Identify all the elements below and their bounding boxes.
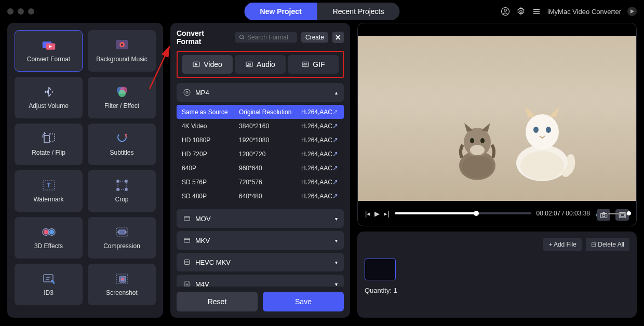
svg-rect-25	[125, 188, 127, 191]
edit-preset-icon[interactable]: ↗	[332, 164, 343, 172]
rotate-flip-icon	[42, 132, 56, 145]
tool-label: Screenshot	[106, 289, 138, 296]
svg-point-67	[480, 138, 485, 143]
svg-point-12	[121, 44, 123, 46]
svg-point-66	[470, 138, 474, 143]
format-group-mp4[interactable]: MP4 ▴	[177, 83, 344, 102]
preview-content	[451, 119, 503, 181]
video-preview[interactable]	[358, 36, 636, 201]
svg-rect-57	[184, 238, 190, 242]
svg-rect-22	[117, 180, 119, 182]
prev-button[interactable]: |◂	[365, 210, 370, 218]
play-button[interactable]: ▶	[374, 210, 380, 218]
edit-preset-icon[interactable]: ↗	[332, 192, 343, 200]
svg-point-74	[520, 151, 564, 180]
gif-icon: GIF	[301, 60, 310, 69]
watermark-icon: T	[42, 179, 56, 192]
next-button[interactable]: ▸|	[384, 210, 389, 218]
preset-name: HD 1080P	[182, 137, 239, 144]
save-button[interactable]: Save	[263, 292, 344, 311]
tab-recent-projects[interactable]: Recent Projects	[317, 3, 400, 20]
minimize-window-icon[interactable]	[18, 8, 24, 15]
edit-preset-icon[interactable]: ↗	[332, 136, 343, 144]
preset-name: Same as Source	[182, 108, 239, 116]
tool-subtitles[interactable]: Subtitles	[88, 124, 156, 165]
preset-row[interactable]: Same as SourceOriginal ResolutionH.264,A…	[177, 105, 344, 119]
svg-rect-16	[44, 135, 49, 143]
convert-format-icon	[42, 39, 56, 51]
tool-background-music[interactable]: Background Music	[88, 30, 156, 72]
maximize-window-icon[interactable]	[28, 8, 34, 15]
tool-rotate-flip[interactable]: Rotate / Flip	[15, 124, 83, 165]
search-input[interactable]	[247, 34, 289, 41]
tool-3d-effects[interactable]: 3D Effects	[15, 217, 83, 259]
preset-row[interactable]: SD 576P720*576H.264,AAC↗	[177, 175, 344, 189]
svg-point-68	[470, 145, 485, 155]
tool-crop[interactable]: Crop	[88, 170, 156, 212]
tool-id3[interactable]: ID3	[15, 264, 83, 305]
preset-codec: H.264,AAC	[301, 193, 332, 200]
close-panel-button[interactable]: ✕	[332, 32, 344, 43]
svg-line-43	[243, 38, 244, 40]
tools-sidebar: Convert FormatBackground MusicAdjust Vol…	[7, 23, 163, 318]
format-group-m4v[interactable]: M4V▾	[177, 275, 344, 287]
file-thumbnail[interactable]	[365, 259, 396, 280]
edit-preset-icon[interactable]: ↗	[332, 108, 343, 116]
id3-icon	[42, 273, 56, 285]
format-icon	[183, 88, 191, 97]
audio-icon	[245, 60, 253, 69]
settings-icon[interactable]	[516, 7, 526, 16]
tool-convert-format[interactable]: Convert Format	[15, 30, 83, 72]
search-format[interactable]	[235, 32, 297, 43]
format-icon	[183, 236, 191, 244]
preset-row[interactable]: SD 480P640*480H.264,AAC↗	[177, 189, 344, 203]
tool-watermark[interactable]: TWatermark	[15, 170, 83, 212]
create-button[interactable]: Create	[301, 32, 328, 43]
preset-name: HD 720P	[182, 151, 239, 158]
tool-screenshot[interactable]: Screenshot	[88, 264, 156, 305]
edit-preset-icon[interactable]: ↗	[332, 150, 343, 158]
tab-new-project[interactable]: New Project	[245, 3, 317, 20]
tool-adjust-volume[interactable]: Adjust Volume	[15, 77, 83, 118]
close-window-icon[interactable]	[7, 8, 14, 15]
volume-slider[interactable]	[608, 213, 629, 214]
delete-all-button[interactable]: ⊟ Delete All	[586, 238, 629, 251]
svg-marker-6	[630, 9, 634, 13]
preset-row[interactable]: HD 1080P1920*1080H.264,AAC↗	[177, 133, 344, 147]
svg-rect-24	[117, 188, 119, 191]
tool-filter-effect[interactable]: Filter / Effect	[88, 77, 156, 118]
tab-gif[interactable]: GIFGIF	[288, 55, 339, 74]
preset-codec: H.264,AAC	[301, 179, 332, 186]
edit-preset-icon[interactable]: ↗	[332, 122, 343, 130]
3d-effects-icon	[42, 226, 56, 238]
tool-compression[interactable]: Compression	[88, 217, 156, 259]
preset-codec: H.264,AAC	[301, 137, 332, 144]
playback-controls: |◂ ▶ ▸| 00:02:07 / 00:03:38 🔊	[358, 201, 636, 226]
snapshot-button[interactable]	[597, 209, 610, 221]
window-controls	[7, 8, 34, 15]
preset-row[interactable]: HD 720P1280*720H.264,AAC↗	[177, 147, 344, 161]
fullscreen-button[interactable]	[615, 209, 629, 221]
chevron-up-icon: ▴	[335, 90, 338, 96]
svg-point-49	[247, 65, 248, 66]
tab-audio[interactable]: Audio	[235, 55, 286, 74]
user-icon[interactable]	[501, 7, 510, 16]
preset-resolution: 720*576	[239, 179, 301, 186]
format-group-hevc-mkv[interactable]: HDHEVC MKV▾	[177, 253, 344, 271]
preset-codec: H.264,AAC	[301, 108, 332, 116]
preset-row[interactable]: 640P960*640H.264,AAC↗	[177, 161, 344, 175]
preset-list: Same as SourceOriginal ResolutionH.264,A…	[177, 105, 344, 203]
svg-point-72	[533, 127, 539, 133]
preset-row[interactable]: 4K Video3840*2160H.264,AAC↗	[177, 119, 344, 133]
format-group-mkv[interactable]: MKV▾	[177, 231, 344, 250]
menu-icon[interactable]	[532, 7, 541, 16]
reset-button[interactable]: Reset	[177, 292, 258, 311]
progress-bar[interactable]	[395, 212, 531, 214]
edit-preset-icon[interactable]: ↗	[332, 178, 343, 186]
svg-point-53	[184, 89, 190, 96]
add-file-button[interactable]: + Add File	[543, 238, 582, 251]
tool-label: Watermark	[33, 196, 63, 203]
preset-name: 640P	[182, 165, 239, 172]
format-group-mov[interactable]: MOV▾	[177, 209, 344, 228]
tab-video[interactable]: Video	[182, 55, 233, 74]
